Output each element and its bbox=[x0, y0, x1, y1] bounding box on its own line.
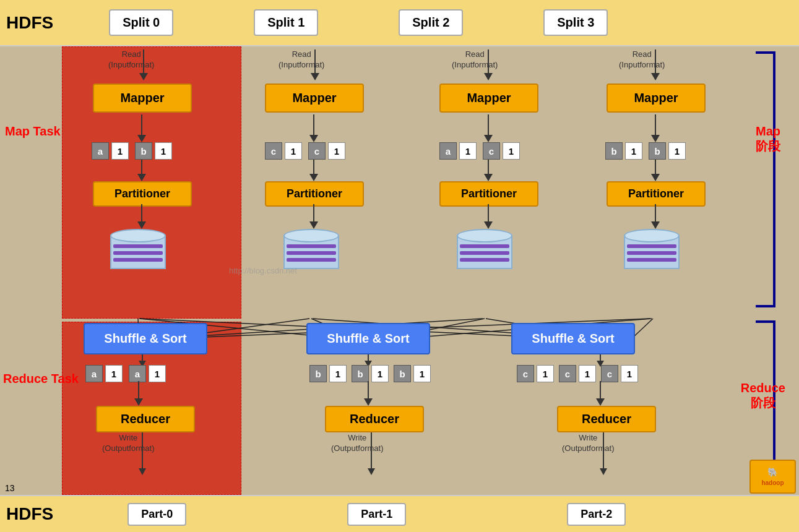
svg-marker-21 bbox=[484, 174, 493, 181]
hadoop-logo: 🐘hadoop bbox=[749, 460, 796, 494]
svg-marker-11 bbox=[309, 135, 318, 142]
svg-marker-29 bbox=[651, 174, 660, 181]
cylinder-3 bbox=[624, 229, 680, 272]
map-task-label: Map Task bbox=[5, 124, 61, 139]
cylinder-0 bbox=[110, 229, 166, 272]
arrow-mapper-kv-0 bbox=[137, 114, 146, 142]
svg-marker-5 bbox=[137, 174, 146, 181]
svg-marker-15 bbox=[309, 221, 318, 229]
mapper-3: Mapper bbox=[607, 84, 706, 113]
arrow-kv-part-1 bbox=[309, 160, 318, 181]
arrow-part-disk-2 bbox=[484, 204, 493, 229]
mapper-2: Mapper bbox=[439, 84, 538, 113]
kv-row-mapper-0: a 1 b 1 bbox=[92, 142, 172, 160]
reduce-task-label: Reduce Task bbox=[3, 371, 79, 386]
page-number: 13 bbox=[5, 483, 15, 493]
arrow-read-mapper-3 bbox=[651, 49, 660, 80]
svg-marker-65 bbox=[364, 398, 373, 406]
reducer-1: Reducer bbox=[325, 406, 424, 432]
partitioner-3: Partitioner bbox=[607, 181, 706, 207]
reducer-2: Reducer bbox=[557, 406, 656, 432]
arrow-mapper-kv-3 bbox=[651, 114, 660, 142]
kv-reduce-2: c 1 c 1 c 1 bbox=[517, 365, 638, 382]
hdfs-top-label: HDFS bbox=[6, 13, 53, 33]
write-label-1: Write(Outputformat) bbox=[331, 433, 384, 454]
arrow-part-disk-3 bbox=[651, 204, 660, 229]
split-1-box: Split 1 bbox=[254, 9, 318, 36]
partitioner-0: Partitioner bbox=[93, 181, 192, 207]
svg-marker-27 bbox=[651, 135, 660, 142]
write-label-0: Write(Outputformat) bbox=[102, 433, 155, 454]
arrow-kv-reducer-2 bbox=[596, 381, 605, 406]
svg-marker-19 bbox=[484, 135, 493, 142]
hdfs-top-bar: HDFS Split 0 Split 1 Split 2 Split 3 bbox=[0, 0, 799, 46]
shuffle-sort-2: Shuffle & Sort bbox=[511, 323, 635, 354]
write-label-2: Write(Outputformat) bbox=[562, 433, 615, 454]
split-3-box: Split 3 bbox=[543, 9, 608, 36]
hdfs-bottom-bar: HDFS Part-0 Part-1 Part-2 bbox=[0, 495, 799, 532]
arrow-mapper-kv-2 bbox=[484, 114, 493, 142]
svg-marker-71 bbox=[368, 468, 375, 475]
mapper-1: Mapper bbox=[265, 84, 364, 113]
split-0-box: Split 0 bbox=[109, 9, 173, 36]
svg-marker-73 bbox=[600, 468, 607, 475]
shuffle-sort-0: Shuffle & Sort bbox=[84, 323, 207, 354]
part-0-box: Part-0 bbox=[127, 503, 186, 526]
kv-row-mapper-3: b 1 b 1 bbox=[605, 142, 686, 160]
partitioner-2: Partitioner bbox=[439, 181, 538, 207]
reducer-0: Reducer bbox=[96, 406, 195, 432]
svg-marker-3 bbox=[137, 135, 146, 142]
cylinder-1 bbox=[283, 229, 339, 272]
part-1-box: Part-1 bbox=[347, 503, 406, 526]
arrow-part-disk-1 bbox=[309, 204, 318, 229]
svg-marker-17 bbox=[484, 73, 493, 80]
arrow-kv-reducer-1 bbox=[364, 381, 373, 406]
kv-row-mapper-2: a 1 c 1 bbox=[439, 142, 520, 160]
arrow-kv-reducer-0 bbox=[134, 381, 143, 406]
arrow-kv-part-0 bbox=[137, 160, 146, 181]
svg-marker-23 bbox=[484, 221, 493, 229]
hdfs-bottom-label: HDFS bbox=[6, 504, 53, 524]
arrow-kv-part-2 bbox=[484, 160, 493, 181]
arrow-kv-part-3 bbox=[651, 160, 660, 181]
right-brackets-svg bbox=[743, 46, 799, 495]
svg-marker-63 bbox=[134, 398, 143, 406]
svg-marker-7 bbox=[137, 221, 146, 229]
part-2-box: Part-2 bbox=[567, 503, 626, 526]
mapper-0: Mapper bbox=[93, 84, 192, 113]
partitioner-1: Partitioner bbox=[265, 181, 364, 207]
arrow-read-mapper-1 bbox=[311, 49, 319, 80]
arrow-part-disk-0 bbox=[137, 204, 146, 229]
shuffle-sort-1: Shuffle & Sort bbox=[306, 323, 430, 354]
kv-reduce-0: a 1 a 1 bbox=[85, 365, 166, 382]
svg-marker-31 bbox=[651, 221, 660, 229]
cylinder-2 bbox=[457, 229, 512, 272]
svg-marker-1 bbox=[139, 73, 148, 80]
map-stage-label: Map阶段 bbox=[756, 124, 780, 153]
arrow-read-mapper-0 bbox=[139, 49, 148, 80]
kv-row-mapper-1: c 1 c 1 bbox=[265, 142, 345, 160]
svg-marker-13 bbox=[309, 174, 318, 181]
reduce-stage-label: Reduce阶段 bbox=[741, 380, 785, 410]
svg-marker-67 bbox=[596, 398, 605, 406]
split-2-box: Split 2 bbox=[399, 9, 463, 36]
svg-marker-25 bbox=[651, 73, 660, 80]
arrow-read-mapper-2 bbox=[484, 49, 493, 80]
arrow-mapper-kv-1 bbox=[309, 114, 318, 142]
svg-marker-9 bbox=[311, 73, 319, 80]
kv-reduce-1: b 1 b 1 b 1 bbox=[309, 365, 431, 382]
